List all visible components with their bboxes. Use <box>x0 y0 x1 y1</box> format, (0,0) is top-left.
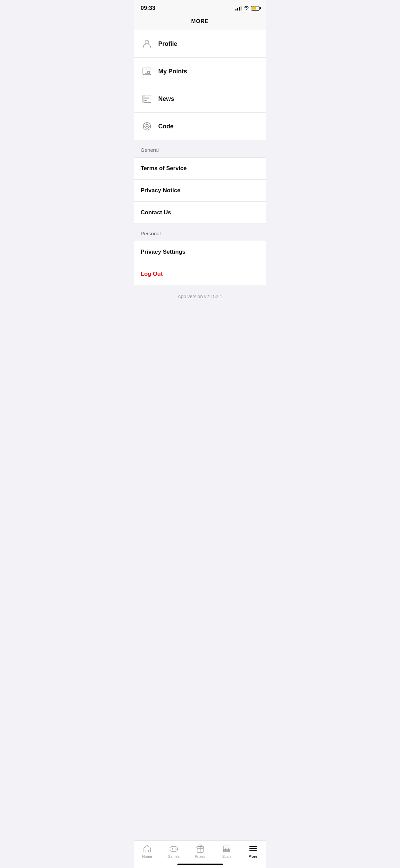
contact-us-label: Contact Us <box>141 209 171 216</box>
general-header-label: General <box>141 147 159 153</box>
person-icon <box>141 38 153 50</box>
menu-item-terms[interactable]: Terms of Service <box>134 158 266 180</box>
page-title: MORE <box>191 18 209 24</box>
news-icon <box>141 93 153 105</box>
svg-point-0 <box>145 40 149 44</box>
code-label: Code <box>158 123 174 130</box>
privacy-notice-label: Privacy Notice <box>141 187 180 194</box>
code-icon <box>141 120 153 132</box>
logout-label: Log Out <box>141 271 163 277</box>
signal-icon <box>235 6 242 11</box>
svg-point-13 <box>146 126 148 127</box>
main-menu-section: Profile My Points <box>134 30 266 140</box>
terms-label: Terms of Service <box>141 165 187 172</box>
app-version-text: App version v2.152.1 <box>178 294 223 299</box>
general-section-header: General <box>134 140 266 158</box>
svg-rect-10 <box>143 95 145 103</box>
menu-item-privacy-notice[interactable]: Privacy Notice <box>134 180 266 202</box>
status-time: 09:33 <box>141 5 155 12</box>
menu-item-logout[interactable]: Log Out <box>134 263 266 285</box>
app-version-section: App version v2.152.1 <box>134 285 266 305</box>
menu-item-news[interactable]: News <box>134 85 266 113</box>
points-icon <box>141 65 153 77</box>
wifi-icon <box>244 6 249 11</box>
battery-icon <box>251 6 260 11</box>
personal-section-header: Personal <box>134 224 266 241</box>
menu-item-privacy-settings[interactable]: Privacy Settings <box>134 241 266 263</box>
menu-item-code[interactable]: Code <box>134 113 266 140</box>
privacy-settings-label: Privacy Settings <box>141 249 186 255</box>
menu-item-contact-us[interactable]: Contact Us <box>134 202 266 224</box>
general-section: Terms of Service Privacy Notice Contact … <box>134 158 266 224</box>
menu-item-profile[interactable]: Profile <box>134 30 266 58</box>
menu-item-my-points[interactable]: My Points <box>134 58 266 85</box>
status-bar: 09:33 <box>134 0 266 15</box>
svg-rect-5 <box>148 71 150 74</box>
news-label: News <box>158 95 174 103</box>
status-icons <box>235 6 260 11</box>
personal-header-label: Personal <box>141 231 161 236</box>
personal-section: Privacy Settings Log Out <box>134 241 266 285</box>
page-title-bar: MORE <box>134 15 266 30</box>
my-points-label: My Points <box>158 68 187 75</box>
profile-label: Profile <box>158 40 177 48</box>
content-area: Profile My Points <box>134 30 266 336</box>
